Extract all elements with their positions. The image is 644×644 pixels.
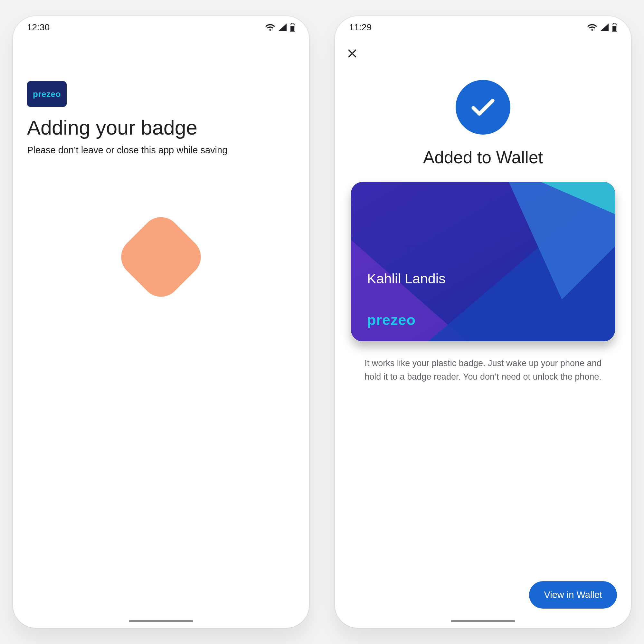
view-in-wallet-button[interactable]: View in Wallet (529, 581, 617, 609)
wifi-icon (587, 24, 597, 31)
phone-screen-loading: 12:30 prezeo Adding your badge Please do… (13, 16, 309, 628)
status-time: 12:30 (27, 22, 50, 33)
gesture-bar (129, 620, 193, 622)
battery-icon (612, 23, 617, 32)
success-description: It works like your plastic badge. Just w… (357, 357, 609, 384)
gesture-bar (451, 620, 515, 622)
battery-icon (290, 23, 295, 32)
status-indicators (265, 23, 295, 32)
brand-chip: prezeo (27, 81, 67, 107)
svg-rect-0 (290, 26, 294, 31)
status-bar: 12:30 (13, 16, 309, 39)
brand-chip-label: prezeo (33, 89, 61, 99)
close-icon[interactable] (346, 48, 358, 59)
wifi-icon (265, 24, 275, 31)
cellular-icon (600, 24, 609, 31)
badge-holder-name: Kahlil Landis (367, 271, 446, 287)
page-title: Added to Wallet (423, 147, 543, 167)
cellular-icon (278, 24, 287, 31)
page-subtitle: Please don’t leave or close this app whi… (27, 145, 295, 156)
page-title: Adding your badge (27, 116, 295, 139)
status-indicators (587, 23, 617, 32)
phone-screen-success: 11:29 Added to Wallet (335, 16, 631, 628)
status-time: 11:29 (349, 22, 372, 33)
diamond-loader-icon (113, 209, 209, 305)
svg-rect-1 (612, 26, 616, 31)
badge-brand-label: prezeo (367, 312, 416, 328)
status-bar: 11:29 (335, 16, 631, 39)
badge-card: Kahlil Landis prezeo (351, 182, 615, 341)
check-circle-icon (456, 80, 510, 135)
